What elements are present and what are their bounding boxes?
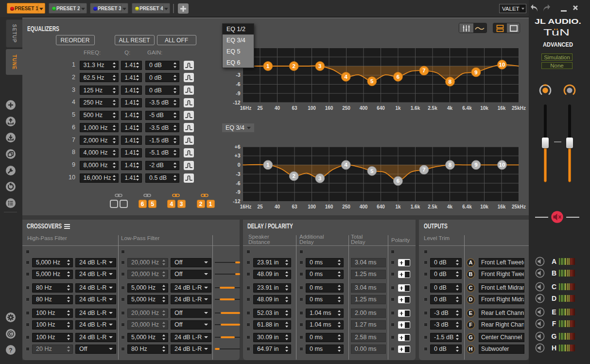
svg-text:6: 6 xyxy=(397,74,399,80)
svg-text:7: 7 xyxy=(422,68,425,73)
svg-text:9: 9 xyxy=(474,162,477,168)
svg-text:2: 2 xyxy=(292,63,295,69)
svg-text:16k: 16k xyxy=(498,204,506,209)
svg-text:2.5k: 2.5k xyxy=(428,204,437,209)
svg-text:100: 100 xyxy=(308,105,316,111)
svg-text:-9: -9 xyxy=(236,90,240,96)
svg-text:4: 4 xyxy=(345,74,348,80)
svg-text:?: ? xyxy=(9,347,12,354)
svg-text:25: 25 xyxy=(257,204,263,209)
svg-text:1k: 1k xyxy=(395,105,401,111)
svg-text:40: 40 xyxy=(275,204,280,209)
svg-text:100: 100 xyxy=(308,204,316,209)
svg-text:640: 640 xyxy=(377,105,385,111)
svg-text:ADVANCED: ADVANCED xyxy=(543,41,573,48)
svg-text:-3: -3 xyxy=(236,171,240,177)
svg-text:JL AUDIO.: JL AUDIO. xyxy=(535,17,581,25)
svg-text:+6: +6 xyxy=(235,144,241,150)
svg-text:1.6k: 1.6k xyxy=(411,204,420,209)
svg-text:40: 40 xyxy=(275,105,280,111)
svg-text:10: 10 xyxy=(499,162,505,168)
svg-text:2: 2 xyxy=(292,173,295,179)
svg-text:160: 160 xyxy=(325,105,333,111)
svg-text:-12: -12 xyxy=(233,198,240,204)
svg-text:-3: -3 xyxy=(236,72,240,78)
svg-text:1: 1 xyxy=(266,162,270,168)
svg-text:250: 250 xyxy=(342,105,350,111)
svg-text:-6: -6 xyxy=(236,180,240,186)
svg-text:-12: -12 xyxy=(233,100,240,105)
svg-text:3: 3 xyxy=(318,63,321,69)
svg-text:16Hz: 16Hz xyxy=(240,204,251,209)
svg-text:10: 10 xyxy=(499,62,505,68)
svg-text:7: 7 xyxy=(422,167,425,173)
svg-text:25kHz: 25kHz xyxy=(512,105,526,111)
svg-text:160: 160 xyxy=(325,204,333,209)
svg-text:8: 8 xyxy=(449,79,452,85)
svg-text:63: 63 xyxy=(292,204,297,209)
svg-text:2.5k: 2.5k xyxy=(428,105,437,111)
svg-text:1.6k: 1.6k xyxy=(411,105,420,111)
svg-text:400: 400 xyxy=(360,105,368,111)
svg-text:640: 640 xyxy=(377,204,385,209)
svg-text:4k: 4k xyxy=(447,204,453,209)
svg-text:5: 5 xyxy=(370,168,374,174)
svg-text:6.4k: 6.4k xyxy=(462,204,472,209)
svg-text:10k: 10k xyxy=(480,204,488,209)
svg-text:1k: 1k xyxy=(395,204,401,209)
svg-text:-6: -6 xyxy=(236,81,240,87)
svg-text:25kHz: 25kHz xyxy=(512,204,526,209)
svg-text:6.4k: 6.4k xyxy=(462,105,472,111)
svg-text:400: 400 xyxy=(360,204,368,209)
svg-text:16k: 16k xyxy=(498,105,506,111)
svg-text:6: 6 xyxy=(397,178,399,184)
svg-text:10k: 10k xyxy=(480,105,488,111)
svg-text:250: 250 xyxy=(342,204,350,209)
svg-text:8: 8 xyxy=(449,162,452,168)
svg-text:-9: -9 xyxy=(236,189,240,195)
svg-text:0: 0 xyxy=(238,162,241,168)
svg-text:+3: +3 xyxy=(235,153,241,158)
svg-text:25: 25 xyxy=(257,105,263,111)
svg-text:4: 4 xyxy=(345,162,348,168)
svg-text:5: 5 xyxy=(370,78,374,84)
svg-text:4k: 4k xyxy=(447,105,453,111)
svg-text:1: 1 xyxy=(266,63,270,69)
svg-text:3: 3 xyxy=(318,175,321,181)
svg-text:9: 9 xyxy=(474,69,477,75)
svg-text:TuN: TuN xyxy=(543,28,570,37)
svg-text:16Hz: 16Hz xyxy=(240,105,251,111)
svg-text:63: 63 xyxy=(292,105,297,111)
